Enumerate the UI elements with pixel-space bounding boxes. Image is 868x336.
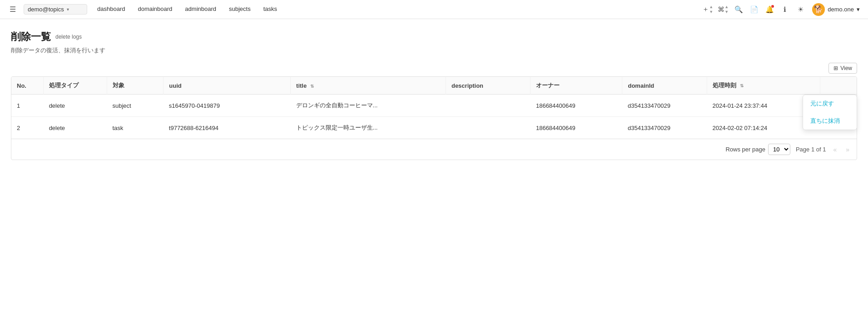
nav-item-dashboard[interactable]: dashboard — [91, 0, 131, 19]
cell-title-1: デロンギの全自動コーヒーマ... — [291, 95, 446, 117]
menu-button[interactable]: ☰ — [5, 2, 20, 17]
prev-page-button[interactable]: « — [831, 145, 838, 154]
rows-per-page: Rows per page 10 — [725, 144, 790, 155]
cell-owner-1: 186684400649 — [531, 95, 622, 117]
page-title: 削除一覧 — [11, 30, 51, 44]
table-header-row: No. 処理タイプ 対象 uuid title ⇅ description オー… — [11, 77, 857, 95]
page-title-row: 削除一覧 delete logs — [11, 30, 857, 44]
shortcut-icon: ⌘ — [718, 5, 724, 14]
cell-domain-1: d354133470029 — [622, 95, 707, 117]
file-icon: 📄 — [750, 5, 759, 14]
cell-domain-2: d354133470029 — [622, 117, 707, 139]
notification-dot — [771, 5, 774, 8]
search-button[interactable]: 🔍 — [732, 3, 745, 16]
col-header-type[interactable]: 処理タイプ — [44, 77, 107, 95]
shortcut-button[interactable]: ⌘ ▲▼ — [717, 3, 729, 16]
view-btn-row: ⊞ View — [11, 63, 857, 74]
cell-no-2: 2 — [11, 117, 44, 139]
notification-button[interactable]: 🔔 — [763, 3, 776, 16]
nav-item-subjects[interactable]: subjects — [223, 0, 257, 19]
cell-uuid-1: s1645970-0419879 — [164, 95, 291, 117]
title-sort-icon: ⇅ — [310, 84, 314, 89]
info-icon: ℹ — [784, 5, 786, 14]
col-header-description[interactable]: description — [446, 77, 530, 95]
cell-type-2: delete — [44, 117, 107, 139]
menu-icon: ☰ — [10, 5, 16, 14]
page-subtitle: 削除データの復活、抹消を行います — [11, 46, 857, 55]
context-menu-restore[interactable]: 元に戻す — [803, 95, 857, 112]
data-table-wrapper: No. 処理タイプ 対象 uuid title ⇅ description オー… — [11, 76, 857, 160]
cell-no-1: 1 — [11, 95, 44, 117]
sun-icon: ☀ — [798, 5, 804, 14]
table-row: 1 delete subject s1645970-0419879 デロンギの全… — [11, 95, 857, 117]
nav-item-domainboard[interactable]: domainboard — [131, 0, 179, 19]
username-label: demo.one — [828, 6, 854, 13]
pagination-row: Rows per page 10 Page 1 of 1 « » — [11, 139, 857, 160]
theme-button[interactable]: ☀ — [794, 3, 807, 16]
cell-title-2: トピックス限定一時ユーザ生... — [291, 117, 446, 139]
cell-type-1: delete — [44, 95, 107, 117]
view-button[interactable]: ⊞ View — [828, 63, 857, 74]
avatar-icon: 🐕 — [814, 5, 823, 14]
col-header-title[interactable]: title ⇅ — [291, 77, 446, 95]
delete-logs-link[interactable]: delete logs — [55, 34, 82, 40]
search-icon: 🔍 — [734, 5, 743, 14]
cell-uuid-2: t9772688-6216494 — [164, 117, 291, 139]
col-header-actions — [820, 77, 857, 95]
plus-icon: ＋ — [702, 5, 709, 14]
time-sort-icon: ⇅ — [740, 83, 744, 88]
cell-desc-1 — [446, 95, 530, 117]
view-icon: ⊞ — [833, 65, 838, 71]
nav-item-tasks[interactable]: tasks — [257, 0, 283, 19]
col-header-no[interactable]: No. — [11, 77, 44, 95]
next-page-button[interactable]: » — [844, 145, 851, 154]
data-table: No. 処理タイプ 対象 uuid title ⇅ description オー… — [11, 77, 857, 139]
file-button[interactable]: 📄 — [748, 3, 760, 16]
rows-per-page-select[interactable]: 10 — [768, 144, 790, 155]
user-menu[interactable]: 🐕 demo.one ▾ — [809, 3, 863, 16]
page-info: Page 1 of 1 — [796, 146, 826, 153]
cell-desc-2 — [446, 117, 530, 139]
nav-item-adminboard[interactable]: adminboard — [179, 0, 223, 19]
table-row: 2 delete task t9772688-6216494 トピックス限定一時… — [11, 117, 857, 139]
cell-target-2: task — [107, 117, 163, 139]
workspace-selector[interactable]: demo@topics ▾ — [24, 4, 87, 15]
workspace-label: demo@topics — [28, 6, 64, 13]
header: ☰ demo@topics ▾ dashboard domainboard ad… — [0, 0, 868, 19]
col-header-target[interactable]: 対象 — [107, 77, 163, 95]
info-button[interactable]: ℹ — [779, 3, 791, 16]
view-button-label: View — [840, 65, 852, 71]
main-nav: dashboard domainboard adminboard subject… — [91, 0, 701, 19]
workspace-chevron-icon: ▾ — [67, 7, 69, 12]
col-header-domainid[interactable]: domainId — [622, 77, 707, 95]
user-chevron-icon: ▾ — [857, 6, 860, 13]
page-content: 削除一覧 delete logs 削除データの復活、抹消を行います ⊞ View… — [0, 19, 868, 160]
avatar: 🐕 — [812, 3, 825, 16]
rows-per-page-label: Rows per page — [725, 146, 765, 153]
col-header-time[interactable]: 処理時刻 ⇅ — [707, 77, 820, 95]
col-header-uuid[interactable]: uuid — [164, 77, 291, 95]
col-header-owner[interactable]: オーナー — [531, 77, 622, 95]
header-actions: ＋ ▲▼ ⌘ ▲▼ 🔍 📄 🔔 ℹ ☀ 🐕 — [701, 3, 863, 16]
add-button[interactable]: ＋ ▲▼ — [701, 3, 714, 16]
context-menu-delete-now[interactable]: 直ちに抹消 — [803, 112, 857, 130]
cell-target-1: subject — [107, 95, 163, 117]
cell-owner-2: 186684400649 — [531, 117, 622, 139]
context-menu: 元に戻す 直ちに抹消 — [803, 95, 857, 130]
